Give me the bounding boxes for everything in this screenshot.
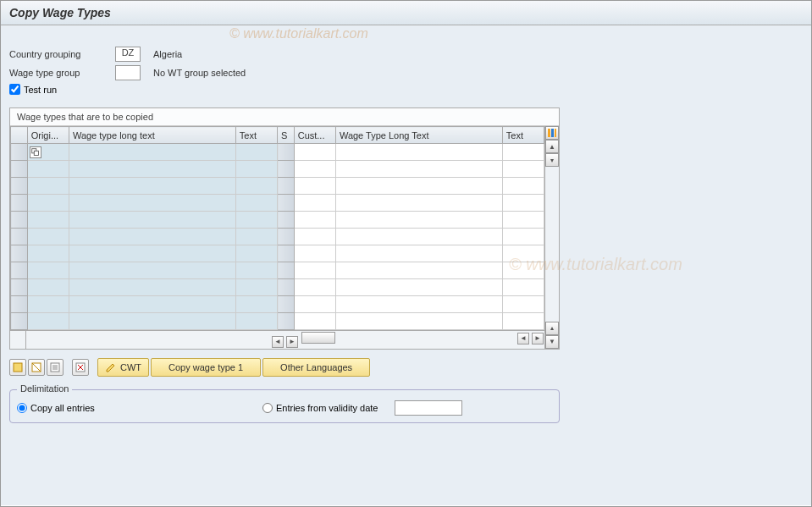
svg-rect-2 <box>548 129 550 137</box>
col-wtlongtext-left[interactable]: Wage type long text <box>69 127 235 144</box>
wage-types-table-container: Wage types that are to be copied Origi..… <box>9 107 560 350</box>
toolbar: CWT Copy wage type 1 Other Languages <box>9 358 803 377</box>
hscroll-left-button-2[interactable]: ◄ <box>517 333 529 344</box>
cell[interactable] <box>335 144 502 161</box>
wage-type-group-desc: No WT group selected <box>153 68 246 78</box>
delimitation-group: Delimitation Copy all entries Entries fr… <box>9 389 560 423</box>
country-grouping-field[interactable]: DZ <box>115 47 141 62</box>
table-row[interactable] <box>11 161 544 178</box>
country-grouping-label: Country grouping <box>9 49 115 59</box>
scroll-track[interactable] <box>545 167 559 322</box>
cwt-button-label: CWT <box>120 362 141 372</box>
value-help-icon[interactable] <box>30 146 41 158</box>
entries-from-date-radio[interactable] <box>262 403 273 413</box>
scroll-up-button[interactable]: ▲ <box>545 140 559 153</box>
col-text-right[interactable]: Text <box>502 127 544 144</box>
scroll-down-button[interactable]: ▼ <box>545 335 559 349</box>
scroll-down-step-button[interactable]: ▴ <box>545 322 559 335</box>
table-body <box>11 144 544 330</box>
content-area: Country grouping DZ Algeria Wage type gr… <box>1 25 811 505</box>
col-origi[interactable]: Origi... <box>27 127 69 144</box>
test-run-label: Test run <box>24 85 57 95</box>
vertical-scrollbar: ▲ ▾ ▴ ▼ <box>544 126 559 349</box>
svg-rect-4 <box>555 129 556 137</box>
table-row[interactable] <box>11 144 544 161</box>
validity-date-field[interactable] <box>395 400 462 416</box>
svg-rect-3 <box>551 129 554 137</box>
page-title: Copy Wage Types <box>9 6 803 19</box>
window-header: Copy Wage Types <box>1 1 811 25</box>
copy-wage-type-1-button[interactable]: Copy wage type 1 <box>151 358 261 377</box>
table-row[interactable] <box>11 313 544 330</box>
col-text-left[interactable]: Text <box>235 127 277 144</box>
cell-s[interactable] <box>278 144 295 161</box>
cell-origi[interactable] <box>27 144 69 161</box>
row-selector[interactable] <box>11 144 28 161</box>
col-s[interactable]: S <box>278 127 295 144</box>
selection-form: Country grouping DZ Algeria Wage type gr… <box>9 47 803 95</box>
copy-all-entries-radio[interactable] <box>17 403 27 413</box>
hscroll-thumb[interactable] <box>301 332 335 344</box>
row-selector-header[interactable] <box>11 127 28 144</box>
entries-from-date-label: Entries from validity date <box>276 403 378 413</box>
svg-rect-5 <box>14 363 22 372</box>
other-languages-label: Other Languages <box>280 362 352 372</box>
country-grouping-desc: Algeria <box>153 49 182 59</box>
table-config-icon[interactable] <box>545 126 559 140</box>
copy-all-entries-label: Copy all entries <box>30 403 95 413</box>
deselect-all-icon[interactable] <box>28 359 45 376</box>
edit-icon <box>105 361 117 373</box>
other-languages-button[interactable]: Other Languages <box>262 358 370 377</box>
select-all-icon[interactable] <box>9 359 26 376</box>
table-row[interactable] <box>11 279 544 296</box>
table-title: Wage types that are to be copied <box>10 108 559 126</box>
hscroll-right-button-2[interactable]: ► <box>532 333 544 344</box>
table-row[interactable] <box>11 296 544 313</box>
cell[interactable] <box>235 144 277 161</box>
wage-types-table: Origi... Wage type long text Text S Cust… <box>10 126 544 330</box>
table-row[interactable] <box>11 229 544 245</box>
cell[interactable] <box>294 144 335 161</box>
table-row[interactable] <box>11 178 544 195</box>
hscroll-right-button[interactable]: ► <box>286 336 298 348</box>
cell[interactable] <box>69 144 235 161</box>
scroll-up-step-button[interactable]: ▾ <box>545 153 559 167</box>
list-icon[interactable] <box>47 359 64 376</box>
horizontal-scrollbar-row: ◄ ► ◄ ► <box>10 330 544 349</box>
table-row[interactable] <box>11 212 544 229</box>
svg-rect-1 <box>34 151 38 155</box>
col-cust[interactable]: Cust... <box>294 127 335 144</box>
copy-wage-type-1-label: Copy wage type 1 <box>168 362 243 372</box>
col-wtlongtext-right[interactable]: Wage Type Long Text <box>335 127 502 144</box>
cell[interactable] <box>502 144 544 161</box>
wage-type-group-label: Wage type group <box>9 68 115 78</box>
table-row[interactable] <box>11 195 544 212</box>
hscroll-left-button[interactable]: ◄ <box>272 336 284 348</box>
delimitation-title: Delimitation <box>17 383 72 394</box>
wage-type-group-field[interactable] <box>115 65 141 80</box>
cwt-button[interactable]: CWT <box>97 358 149 377</box>
test-run-checkbox[interactable] <box>9 84 20 95</box>
table-row[interactable] <box>11 262 544 279</box>
delete-icon[interactable] <box>72 359 89 376</box>
table-row[interactable] <box>11 245 544 262</box>
